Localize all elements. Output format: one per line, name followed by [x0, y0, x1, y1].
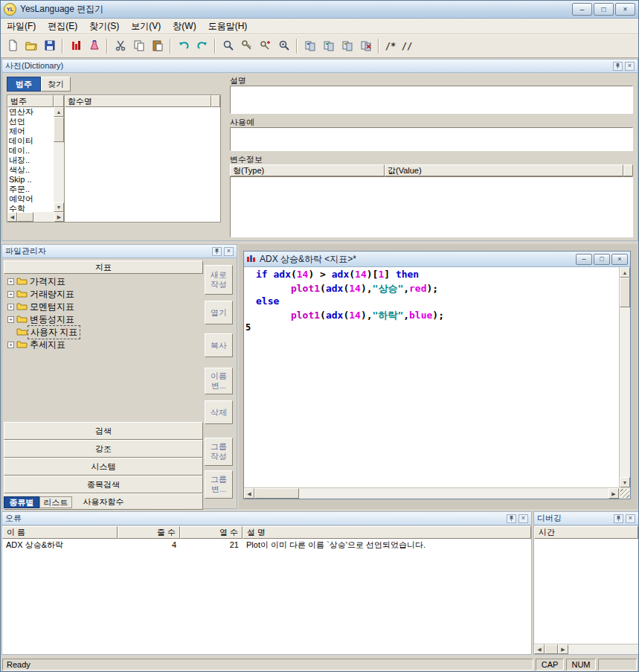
category-hscrollbar[interactable]: ◀ ▶	[7, 212, 64, 222]
stock-search-section-button[interactable]: 종목검색	[4, 476, 203, 493]
open-script-button[interactable]: 열기	[205, 301, 233, 324]
scroll-right-icon[interactable]: ▶	[54, 212, 64, 222]
error-desc-column-header[interactable]: 설 명	[243, 526, 531, 539]
scroll-left-icon[interactable]: ◀	[244, 488, 254, 499]
paste-button[interactable]	[148, 37, 167, 55]
code-area[interactable]: if adx(14) > adx(14)[1] then plot1(adx(1…	[244, 267, 619, 487]
group-change-button[interactable]: 그룹변...	[205, 470, 233, 499]
category-item[interactable]: 내장..	[7, 156, 54, 165]
search-section-button[interactable]: 검색	[4, 422, 203, 440]
editor-hscrollbar[interactable]: ◀ ▶	[244, 487, 619, 499]
menu-item-edit[interactable]: 편집(E)	[42, 19, 83, 34]
pin-icon[interactable]	[614, 514, 623, 523]
stop-build-button[interactable]	[356, 37, 375, 55]
pin-icon[interactable]	[613, 62, 623, 71]
category-column-header[interactable]: 범주	[7, 95, 54, 107]
menu-item-help[interactable]: 도움말(H)	[202, 19, 254, 34]
group-create-button[interactable]: 그룹작성	[205, 438, 233, 466]
maximize-button[interactable]: □	[594, 3, 614, 16]
menu-item-view[interactable]: 보기(V)	[125, 19, 167, 34]
tree-item-label[interactable]: 가격지표	[28, 275, 68, 288]
menu-item-file[interactable]: 파일(F)	[1, 19, 42, 34]
scroll-left-icon[interactable]: ◀	[534, 644, 545, 654]
expand-icon[interactable]: +	[7, 278, 14, 285]
scroll-thumb[interactable]	[620, 278, 630, 307]
copy-script-button[interactable]: 복사	[205, 333, 233, 357]
editor-titlebar[interactable]: ADX 상승&하락 <지표>* – □ ×	[244, 252, 630, 267]
system-section-button[interactable]: 시스템	[4, 458, 203, 476]
tree-item-label[interactable]: 추세지표	[28, 339, 68, 351]
minimize-button[interactable]: –	[572, 3, 592, 16]
expand-icon[interactable]: +	[7, 291, 14, 298]
close-panel-icon[interactable]: ×	[224, 247, 234, 256]
editor-restore-button[interactable]: □	[594, 254, 610, 265]
comment-block-button[interactable]: /*	[382, 37, 399, 55]
editor-close-button[interactable]: ×	[611, 254, 628, 265]
category-item[interactable]: 주문..	[7, 185, 54, 194]
value-column-header[interactable]: 값(Value)	[385, 164, 623, 176]
menu-item-window[interactable]: 창(W)	[167, 19, 202, 34]
tree-item-label[interactable]: 모멘텀지표	[28, 301, 77, 313]
scroll-up-icon[interactable]: ▲	[620, 267, 630, 278]
find-prev-button[interactable]	[256, 37, 274, 55]
find-next-button[interactable]	[237, 37, 256, 55]
open-file-button[interactable]	[22, 37, 40, 55]
copy-button[interactable]	[129, 37, 148, 55]
category-item[interactable]: 선언	[7, 117, 54, 127]
type-column-header[interactable]: 형(Type)	[230, 164, 385, 176]
tree-item-label[interactable]: 변동성지표	[28, 313, 77, 326]
category-item[interactable]: Skip ..	[7, 175, 54, 185]
compile-all-button[interactable]	[319, 37, 338, 55]
function-column-header[interactable]: 함수명	[65, 95, 211, 107]
category-item[interactable]: 연산자	[7, 107, 54, 117]
scroll-thumb[interactable]	[254, 488, 299, 499]
redo-button[interactable]	[193, 37, 211, 55]
category-item[interactable]: 수학	[7, 204, 54, 212]
indicator-group-header[interactable]: 지표	[4, 260, 203, 274]
expand-icon[interactable]: +	[7, 316, 14, 323]
tab-by-type[interactable]: 종류별	[4, 496, 39, 508]
debug-hscrollbar[interactable]: ◀ ▶	[534, 644, 638, 654]
pin-icon[interactable]	[507, 514, 516, 523]
scroll-up-icon[interactable]: ▲	[54, 107, 64, 117]
editor-minimize-button[interactable]: –	[576, 254, 592, 265]
error-line-column-header[interactable]: 줄 수	[118, 526, 180, 539]
expand-icon[interactable]: +	[7, 342, 14, 348]
function-tool-button[interactable]	[85, 37, 103, 55]
category-vscrollbar[interactable]: ▲ ▼	[54, 107, 64, 212]
new-file-button[interactable]	[3, 37, 22, 55]
scroll-thumb[interactable]	[17, 212, 33, 222]
menu-item-search[interactable]: 찾기(S)	[83, 19, 125, 34]
save-button[interactable]	[40, 37, 59, 55]
error-name-column-header[interactable]: 이 름	[2, 526, 118, 539]
close-panel-icon[interactable]: ×	[626, 514, 635, 523]
rename-script-button[interactable]: 이름변...	[205, 368, 233, 394]
expand-icon[interactable]: +	[7, 304, 14, 310]
delete-script-button[interactable]: 삭제	[205, 400, 233, 424]
scroll-left-icon[interactable]: ◀	[7, 212, 17, 222]
close-panel-icon[interactable]: ×	[518, 514, 528, 523]
tab-category[interactable]: 범주	[7, 77, 41, 92]
scroll-down-icon[interactable]: ▼	[54, 202, 64, 212]
pin-icon[interactable]	[212, 247, 222, 256]
category-item[interactable]: 제어	[7, 127, 54, 136]
tree-item-label[interactable]: 사용자 지표	[28, 325, 80, 339]
category-item[interactable]: 데이터	[7, 136, 54, 146]
tree-item-label[interactable]: 거래량지표	[28, 288, 77, 301]
category-item[interactable]: 색상..	[7, 165, 54, 175]
new-script-button[interactable]: 새로작성	[205, 265, 233, 295]
editor-vscrollbar[interactable]: ▲ ▼	[619, 267, 630, 487]
compile-button[interactable]	[301, 37, 319, 55]
scroll-right-icon[interactable]: ▶	[609, 488, 619, 499]
scroll-thumb[interactable]	[54, 117, 64, 142]
comment-line-button[interactable]: //	[399, 37, 415, 55]
scroll-down-icon[interactable]: ▼	[620, 477, 630, 487]
cut-button[interactable]	[111, 37, 129, 55]
indicator-button[interactable]	[66, 37, 85, 55]
highlight-section-button[interactable]: 강조	[4, 440, 203, 458]
find-in-files-button[interactable]	[274, 37, 293, 55]
tab-find[interactable]: 찾기	[41, 77, 71, 92]
find-button[interactable]	[219, 37, 237, 55]
error-col-column-header[interactable]: 열 수	[180, 526, 243, 539]
scroll-right-icon[interactable]: ▶	[558, 644, 568, 654]
